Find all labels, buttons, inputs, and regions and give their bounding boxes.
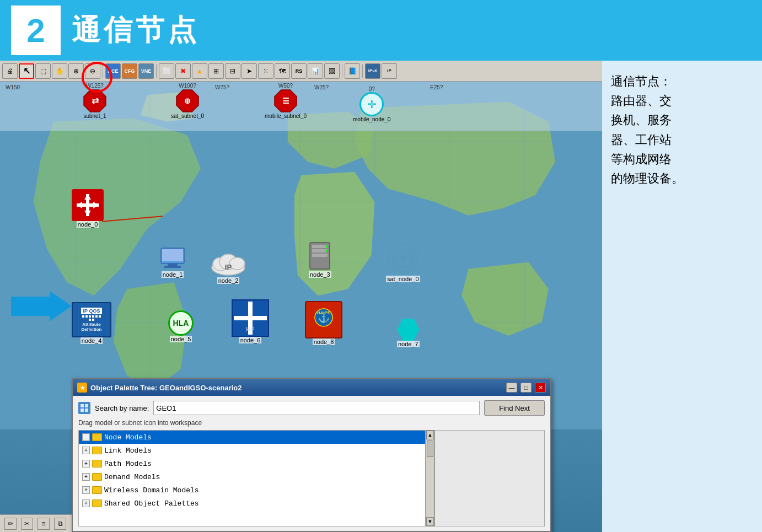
tree-expand-1[interactable]: + [82,447,90,454]
tree-area: + Node Models + Link Models [78,430,545,526]
node-3[interactable]: node_3 [309,241,331,278]
tree-expand-3[interactable]: + [82,473,90,481]
tree-expand-5[interactable]: + [82,499,90,507]
sep3 [342,65,342,78]
tree-item-label-4: Wireless Domain Models [104,486,199,495]
node-3-icon [309,241,331,271]
pencil-icon[interactable]: ✏ [4,518,17,530]
svg-text:⚓: ⚓ [318,311,330,324]
map-button[interactable]: 🗺 [275,63,290,79]
svg-rect-0 [0,82,602,429]
print-button[interactable]: 🖨 [2,63,18,79]
node-5-label: node_5 [170,336,192,342]
find-next-button[interactable]: Find Next [484,400,545,416]
rs-button[interactable]: RS [291,63,307,79]
scissors-icon[interactable]: ✂ [21,518,33,530]
node-5[interactable]: HLA node_5 [168,310,194,342]
node-5-icon: HLA [168,310,194,336]
cfg-button[interactable]: CFG [122,63,137,79]
w25-label: W25? [314,84,329,90]
mobile-node-icon: ✛ [359,92,384,116]
tree-item-node-models[interactable]: + Node Models [79,431,425,444]
maximize-button[interactable]: □ [520,383,532,393]
sep1 [103,65,103,78]
grid-button[interactable]: ⊞ [208,63,224,79]
w125-label: W125? [86,83,104,89]
tree-expand-0[interactable]: + [82,433,90,441]
node-2-label: node_2 [217,277,240,284]
node-6[interactable]: HP node_6 [232,299,269,343]
zoom-in-button[interactable]: ⊕ [68,63,84,79]
grid2-button[interactable]: ⊟ [225,63,240,79]
select-button[interactable]: ⬚ [35,63,51,79]
tree-folder-2 [92,460,102,467]
tree-folder-4 [92,486,102,494]
tree-item-wireless-models[interactable]: + Wireless Domain Models [79,483,425,497]
node-1[interactable]: node_1 [160,247,185,278]
map-view[interactable]: W150 W125? ⇄ subnet_1 W100? ⊕ [0,82,602,532]
tree-item-path-models[interactable]: + Path Models [79,457,425,470]
cursor-button[interactable]: ↖ [19,63,34,79]
search-grid-icon [78,402,90,414]
ace-button[interactable]: ACE [105,63,121,79]
tree-item-shared-palettes[interactable]: + Shared Object Palettes [79,497,425,510]
ip-button[interactable]: IP [382,63,397,79]
node-7[interactable]: node_7 [397,319,420,347]
arrow-button[interactable]: ➤ [242,63,257,79]
w75-label: W75? [215,84,229,90]
list-icon[interactable]: ≡ [37,518,50,530]
search-label: Search by name: [95,404,149,412]
node-8[interactable]: HAIPE ⚓ node_8 [305,301,342,345]
tree-item-label-1: Link Models [104,447,152,455]
drag-hint: Drag model or subnet icon into workspace [78,419,545,427]
node-2[interactable]: IP node_2 [210,250,247,284]
node-6-label: node_6 [239,337,262,343]
node-toolbar-button[interactable]: ⬜ [159,63,174,79]
palette-body: Search by name: Find Next Drag model or … [73,396,550,531]
tree-item-demand-models[interactable]: + Demand Models [79,470,425,483]
tree-scrollbar[interactable]: ▲ ▼ [426,430,434,526]
triangle-button[interactable]: ▲ [192,63,207,79]
svg-rect-58 [85,409,88,412]
zoom-out-button[interactable]: ⊖ [85,63,100,79]
palette-title: Object Palette Tree: GEOandIGSO-scenario… [90,384,503,392]
w150-label: W150 [6,84,20,90]
header-number: 2 [26,12,45,50]
scroll-up-button[interactable]: ▲ [426,431,434,439]
tree-list[interactable]: + Node Models + Link Models [78,430,426,526]
tree-item-label-2: Path Models [104,460,152,468]
svg-rect-35 [312,245,328,248]
close-button[interactable]: ✕ [535,383,546,393]
book-button[interactable]: 📘 [345,63,360,79]
node-4[interactable]: IP QOS AttributeDefinition node_4 [72,302,111,344]
palette-titlebar: ★ Object Palette Tree: GEOandIGSO-scenar… [73,379,550,396]
scroll-down-button[interactable]: ▼ [426,517,434,526]
right-sidebar: 通信节点：路由器、交换机、服务器、工作站等构成网络的物理设备。 [602,61,762,532]
svg-point-32 [229,257,245,270]
delete-button[interactable]: ✖ [175,63,191,79]
search-input[interactable] [153,401,480,415]
sep2 [156,65,157,78]
ipv6-button[interactable]: IPv6 [365,63,380,79]
tree-expand-2[interactable]: + [82,460,90,467]
mobile-subnet-icon: ☰ [273,89,298,113]
chart-button[interactable]: 📊 [308,63,323,79]
tree-expand-4[interactable]: + [82,486,90,494]
header-number-box: 2 [11,6,61,55]
w50-label: W50? [278,83,293,89]
subnet-1-label: subnet_1 [83,113,106,119]
duplicate-icon[interactable]: ⧉ [54,518,66,530]
pan-button[interactable]: ✋ [52,63,67,79]
sat-node-0-icon: ✖ [387,241,420,276]
vne-button[interactable]: VNE [138,63,154,79]
node-0[interactable]: node_0 [72,189,104,228]
tree-item-link-models[interactable]: + Link Models [79,444,425,457]
mobile-subnet-label: mobile_subnet_0 [265,113,307,119]
dots-button[interactable]: ⁙ [258,63,273,79]
palette-icon: ★ [77,383,87,393]
sat-node-0[interactable]: ✖ sat_node_0 [386,241,420,282]
img-button[interactable]: 🖼 [324,63,340,79]
subnet-1-icon: ⇄ [83,89,107,113]
minimize-button[interactable]: — [506,383,517,393]
scroll-thumb[interactable] [427,440,433,457]
